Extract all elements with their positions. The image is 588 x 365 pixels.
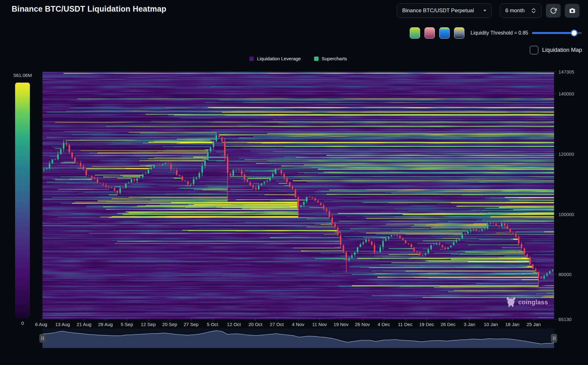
date-axis-label: 19 Dec [419, 322, 434, 327]
date-axis-tick [191, 319, 191, 321]
date-axis-tick [384, 319, 384, 321]
price-axis-tick [554, 72, 557, 72]
price-axis-label: 140000 [558, 91, 574, 96]
heatmap-toolbar: Liquidity Threshold = 0.85 [410, 28, 582, 38]
date-axis-tick [534, 319, 534, 321]
date-axis-label: 20 Sep [162, 322, 177, 327]
date-axis-label: 28 Aug [98, 322, 113, 327]
date-axis-label: 13 Aug [55, 322, 70, 327]
date-axis-tick [319, 319, 320, 321]
price-axis-tick [554, 214, 557, 215]
legend-swatch [249, 57, 254, 61]
navigator-canvas[interactable] [42, 329, 554, 348]
threshold-slider[interactable] [532, 30, 582, 36]
caret-down-icon [483, 10, 486, 12]
date-axis-tick [277, 319, 277, 321]
date-axis-tick [448, 319, 448, 321]
timeframe-selector[interactable]: 6 month [500, 3, 541, 18]
date-axis-label: 10 Jan [484, 322, 498, 327]
date-axis-tick [84, 319, 84, 321]
price-axis-label: 100000 [558, 212, 574, 217]
date-axis-tick [213, 319, 213, 321]
slider-thumb[interactable] [571, 30, 578, 36]
pause-icon [42, 336, 42, 340]
liquidation-map-toggle[interactable]: Liquidation Map [530, 46, 582, 54]
date-axis-label: 4 Dec [378, 322, 390, 327]
date-axis-label: 11 Nov [312, 322, 327, 327]
palette-swatch-rose[interactable] [424, 27, 435, 39]
date-axis-tick [341, 319, 341, 321]
date-axis-tick [127, 319, 127, 321]
date-axis-label: 20 Oct [248, 322, 262, 327]
legend-item[interactable]: Liquidation Leverage [249, 56, 301, 61]
price-axis-tick [554, 274, 557, 275]
date-axis-label: 26 Dec [441, 322, 456, 327]
date-axis-label: 26 Nov [355, 322, 370, 327]
page-title: Binance BTC/USDT Liquidation Heatmap [12, 4, 166, 14]
legend-label: Supercharts [322, 56, 347, 61]
screenshot-button[interactable] [565, 4, 580, 18]
liquidation-map-checkbox[interactable] [530, 46, 538, 54]
colorbar-min-label: 0 [8, 320, 37, 326]
date-axis-label: 6 Aug [35, 322, 47, 327]
date-axis-tick [363, 319, 363, 321]
header-controls: Binance BTC/USDT Perpetual 6 month [397, 4, 580, 18]
timeframe-selector-label: 6 month [505, 8, 524, 14]
date-axis-label: 27 Sep [184, 322, 199, 327]
date-axis-label: 18 Jan [505, 322, 519, 327]
pause-icon [43, 336, 44, 340]
price-axis-tick [554, 94, 557, 94]
date-axis-label: 12 Sep [141, 322, 156, 327]
date-axis-label: 5 Oct [207, 322, 218, 327]
price-axis-tick [554, 319, 557, 319]
navigator-handle-right[interactable] [551, 334, 557, 343]
legend-label: Liquidation Leverage [257, 56, 301, 61]
price-axis-label: 65130 [558, 317, 572, 322]
pause-icon [553, 336, 554, 340]
legend-swatch [314, 57, 319, 61]
date-axis-label: 5 Sep [121, 322, 133, 327]
refresh-button[interactable] [546, 4, 561, 18]
threshold-label: Liquidity Threshold = 0.85 [471, 30, 528, 36]
date-axis-label: 21 Aug [77, 322, 92, 327]
app-root: { "header": { "title": "Binance BTC/USDT… [0, 0, 588, 365]
date-axis-label: 3 Jan [464, 322, 475, 327]
date-axis-label: 11 Dec [398, 322, 412, 327]
date-axis-label: 27 Oct [270, 322, 284, 327]
palette-swatch-gold-navy[interactable] [454, 27, 464, 39]
date-axis-tick [63, 319, 63, 321]
date-axis-tick [512, 319, 513, 321]
date-axis-tick [148, 319, 149, 321]
slider-fill [532, 32, 574, 34]
date-axis-tick [255, 319, 256, 321]
palette-swatch-green-teal[interactable] [410, 27, 420, 39]
date-axis-tick [170, 319, 170, 321]
date-axis-tick [234, 319, 234, 321]
navigator-handle-left[interactable] [39, 334, 46, 343]
price-axis-label: 147305 [558, 69, 574, 74]
legend: Liquidation LeverageSupercharts [42, 56, 554, 61]
date-axis-tick [491, 319, 491, 321]
date-axis-label: 4 Nov [292, 322, 304, 327]
pair-selector-label: Binance BTC/USDT Perpetual [402, 8, 474, 14]
refresh-icon [550, 7, 557, 14]
camera-icon [569, 7, 576, 14]
legend-item[interactable]: Supercharts [314, 56, 347, 61]
pause-icon [555, 336, 555, 340]
colorbar-max-label: 561.06M [8, 73, 37, 78]
colorbar [15, 83, 30, 318]
date-axis-label: 25 Jan [527, 322, 541, 327]
date-axis-label: 12 Oct [227, 322, 241, 327]
heatmap-canvas[interactable] [42, 72, 554, 319]
date-axis-tick [298, 319, 298, 321]
date-axis-label: 19 Nov [334, 322, 349, 327]
pair-selector[interactable]: Binance BTC/USDT Perpetual [397, 3, 492, 18]
palette-swatches [410, 27, 469, 39]
palette-swatch-blue[interactable] [439, 27, 450, 39]
date-axis-tick [105, 319, 106, 321]
date-axis-tick [405, 319, 406, 321]
price-axis-tick [554, 154, 557, 154]
date-axis-tick [41, 319, 42, 321]
liquidation-map-label: Liquidation Map [542, 47, 582, 53]
date-axis-tick [427, 319, 427, 321]
